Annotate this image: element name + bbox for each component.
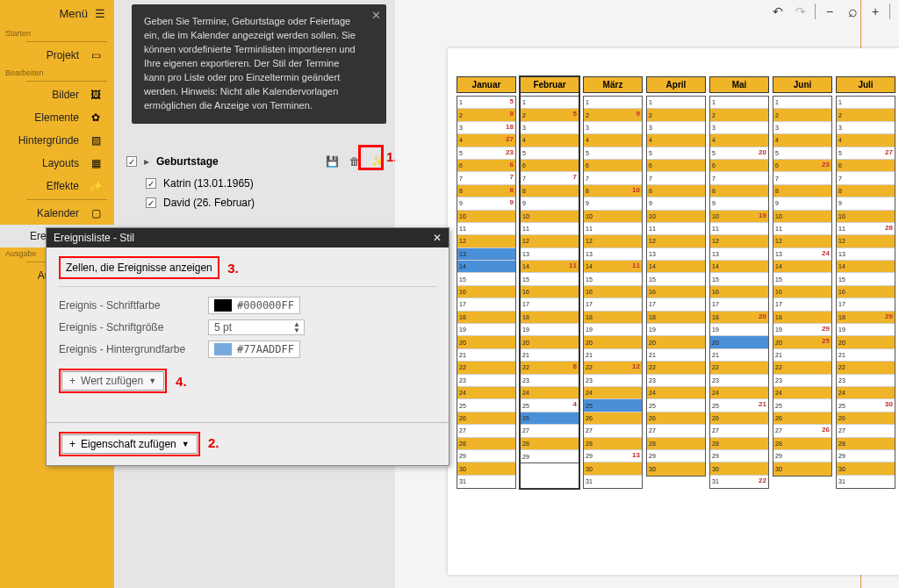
day-cell[interactable]: 7 [647, 172, 705, 184]
day-cell[interactable]: 2521 [710, 399, 768, 412]
day-cell[interactable]: 18 [584, 312, 642, 324]
day-cell[interactable]: 3 [584, 122, 642, 134]
month-column[interactable]: Januar1529318427523667788991011121314151… [457, 76, 516, 489]
day-cell[interactable]: 810 [584, 185, 642, 197]
sidebar-item-projekt[interactable]: Projekt ▭ [0, 44, 114, 67]
month-column[interactable]: Mai1234520678910191112131415161718201920… [709, 76, 769, 489]
day-cell[interactable]: 17 [647, 298, 705, 311]
day-cell[interactable]: 12 [521, 235, 579, 247]
day-cell[interactable]: 1411 [521, 261, 579, 273]
day-cell[interactable]: 11 [647, 223, 705, 235]
day-cell[interactable]: 25 [647, 399, 705, 412]
day-cell[interactable]: 20 [457, 336, 515, 348]
day-cell[interactable]: 19 [837, 324, 895, 336]
day-cell[interactable]: 1 [521, 97, 579, 109]
spinner-icon[interactable]: ▲▼ [293, 321, 300, 333]
day-cell[interactable]: 2 [837, 109, 895, 121]
day-cell[interactable]: 3 [710, 122, 768, 134]
month-column[interactable]: Februar125345677891011121314111516171819… [520, 76, 579, 489]
day-cell[interactable]: 21 [837, 349, 895, 362]
day-cell[interactable]: 16 [457, 286, 515, 298]
size-input[interactable]: 5 pt ▲▼ [208, 319, 305, 335]
day-cell[interactable]: 12 [457, 235, 515, 247]
day-cell[interactable]: 21 [710, 349, 768, 362]
day-cell[interactable]: 66 [457, 160, 515, 172]
day-cell[interactable]: 19 [584, 324, 642, 336]
day-cell[interactable]: 8 [521, 185, 579, 197]
day-cell[interactable]: 23 [773, 375, 831, 387]
day-cell[interactable]: 254 [521, 399, 579, 412]
sidebar-item-hintergruende[interactable]: Hintergründe ▨ [0, 129, 114, 152]
day-cell[interactable]: 22 [457, 362, 515, 374]
day-cell[interactable]: 24 [457, 387, 515, 399]
day-cell[interactable]: 3 [521, 122, 579, 134]
day-cell[interactable]: 12 [584, 235, 642, 247]
dialog-titlebar[interactable]: Ereignisliste - Stil ✕ [47, 228, 449, 247]
day-cell[interactable]: 21 [521, 349, 579, 362]
day-cell[interactable]: 19 [521, 324, 579, 336]
day-cell[interactable]: 228 [521, 362, 579, 374]
day-cell[interactable]: 22 [710, 362, 768, 374]
day-cell[interactable]: 20 [584, 336, 642, 348]
day-cell[interactable]: 17 [457, 298, 515, 311]
day-cell[interactable]: 25 [457, 399, 515, 412]
day-cell[interactable]: 15 [710, 273, 768, 285]
day-cell[interactable]: 1411 [584, 261, 642, 273]
day-cell[interactable]: 26 [584, 412, 642, 425]
day-cell[interactable]: 5 [647, 147, 705, 160]
day-cell[interactable]: 18 [773, 312, 831, 324]
day-cell[interactable]: 28 [773, 438, 831, 450]
day-cell[interactable]: 13 [710, 248, 768, 261]
day-cell[interactable]: 1 [837, 97, 895, 109]
day-cell[interactable]: 427 [457, 134, 515, 147]
add-value-button[interactable]: + Wert zufügen ▼ [61, 371, 164, 391]
day-cell[interactable]: 13 [647, 248, 705, 261]
month-column[interactable]: März129345678109101112131411151617181920… [583, 76, 643, 489]
day-cell[interactable]: 28 [837, 438, 895, 450]
day-cell[interactable]: 15 [457, 97, 515, 109]
day-cell[interactable]: 23 [521, 375, 579, 387]
day-cell[interactable]: 25 [773, 399, 831, 412]
day-cell[interactable]: 28 [647, 438, 705, 450]
day-cell[interactable]: 1128 [837, 223, 895, 235]
day-cell[interactable]: 27 [647, 425, 705, 437]
day-cell[interactable]: 5 [521, 147, 579, 160]
checkbox-icon[interactable] [126, 156, 137, 167]
day-cell[interactable]: 20 [647, 336, 705, 348]
day-cell[interactable]: 16 [647, 286, 705, 298]
day-cell[interactable]: 16 [521, 286, 579, 298]
day-cell[interactable]: 25 [521, 109, 579, 121]
day-cell[interactable]: 11 [773, 223, 831, 235]
day-cell[interactable]: 20 [521, 336, 579, 348]
day-cell[interactable]: 29 [710, 450, 768, 463]
day-cell[interactable]: 4 [837, 134, 895, 147]
day-cell[interactable]: 20 [837, 336, 895, 348]
day-cell[interactable]: 18 [457, 312, 515, 324]
day-cell[interactable]: 3 [647, 122, 705, 134]
day-cell[interactable]: 9 [647, 197, 705, 210]
day-cell[interactable]: 21 [773, 349, 831, 362]
day-cell[interactable]: 7 [837, 172, 895, 184]
day-cell[interactable]: 7 [773, 172, 831, 184]
day-cell[interactable]: 22 [837, 362, 895, 374]
day-cell[interactable]: 12 [647, 235, 705, 247]
day-cell[interactable]: 29 [457, 450, 515, 463]
day-cell[interactable]: 6 [837, 160, 895, 172]
day-cell[interactable]: 20 [710, 336, 768, 348]
day-cell[interactable]: 29 [584, 109, 642, 121]
day-cell[interactable]: 15 [647, 273, 705, 285]
day-cell[interactable]: 21 [647, 349, 705, 362]
day-cell[interactable]: 10 [647, 211, 705, 223]
day-cell[interactable]: 27 [710, 425, 768, 437]
day-cell[interactable]: 1829 [837, 312, 895, 324]
day-cell[interactable]: 17 [710, 298, 768, 311]
day-cell[interactable]: 28 [521, 438, 579, 450]
day-cell[interactable]: 24 [773, 387, 831, 399]
day-cell[interactable]: 99 [457, 197, 515, 210]
day-cell[interactable]: 4 [647, 134, 705, 147]
day-cell[interactable]: 4 [773, 134, 831, 147]
day-cell[interactable]: 27 [521, 425, 579, 437]
day-cell[interactable]: 8 [647, 185, 705, 197]
month-column[interactable]: Juli123452767891011281213141516171829192… [836, 76, 895, 489]
day-cell[interactable]: 15 [773, 273, 831, 285]
